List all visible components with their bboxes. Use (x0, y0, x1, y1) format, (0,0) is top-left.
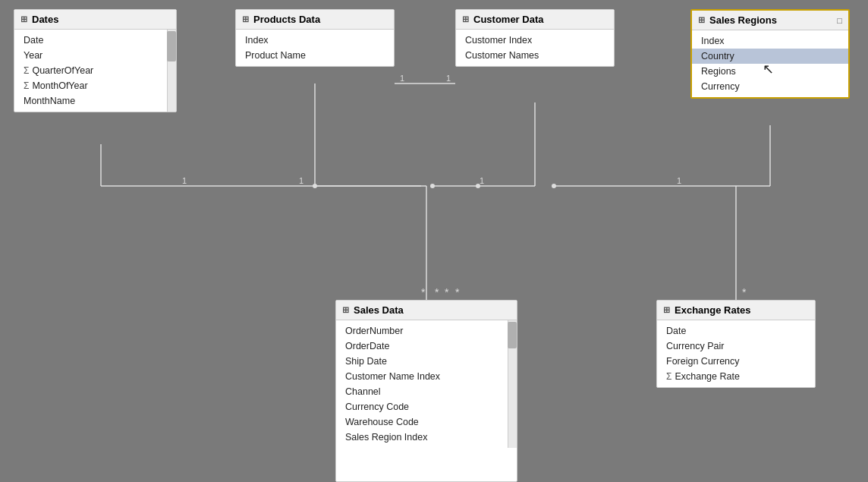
sales-regions-title: Sales Regions (709, 14, 777, 26)
table-icon: ⊞ (698, 15, 705, 25)
customer-title: Customer Data (473, 14, 543, 25)
svg-text:*: * (742, 286, 747, 298)
exchange-rates-field-foreigncurrency: Foreign Currency (657, 354, 815, 369)
exchange-rates-field-currencypair: Currency Pair (657, 339, 815, 354)
sales-data-field-salesregionindex: Sales Region Index (336, 430, 506, 445)
svg-point-8 (313, 184, 317, 188)
products-field-productname: Product Name (236, 48, 394, 63)
sales-data-field-currencycode: Currency Code (336, 399, 506, 414)
dates-table: ⊞ Dates Date Year Σ QuarterOfYear Σ Mont… (14, 9, 177, 112)
sales-data-title: Sales Data (354, 304, 404, 316)
table-icon: ⊞ (242, 14, 249, 24)
sales-regions-field-index: Index (692, 33, 848, 49)
sales-regions-header: ⊞ Sales Regions □ (692, 11, 848, 30)
table-icon: ⊞ (20, 14, 27, 24)
products-table: ⊞ Products Data Index Product Name (235, 9, 395, 67)
svg-text:1: 1 (299, 176, 303, 185)
sales-data-table: ⊞ Sales Data OrderNumber OrderDate Ship … (335, 300, 517, 482)
products-title: Products Data (253, 14, 320, 25)
svg-text:1: 1 (182, 176, 187, 185)
products-body: Index Product Name (236, 30, 394, 66)
dates-header: ⊞ Dates (14, 10, 176, 30)
sales-regions-field-currency: Currency (692, 79, 848, 94)
exchange-rates-table: ⊞ Exchange Rates Date Currency Pair Fore… (656, 300, 816, 388)
sales-data-field-orderdate: OrderDate (336, 339, 506, 354)
table-icon: ⊞ (342, 305, 349, 315)
exchange-rates-field-exchangerate: Σ Exchange Rate (657, 369, 815, 384)
svg-point-14 (430, 184, 435, 188)
sales-regions-field-country: Country (692, 49, 848, 64)
sales-regions-table: ⊞ Sales Regions □ Index Country Regions … (690, 9, 850, 99)
customer-field-names: Customer Names (456, 48, 614, 63)
table-icon: ⊞ (663, 305, 670, 315)
dates-field-monthname: MonthName (14, 93, 165, 109)
svg-text:1: 1 (480, 176, 484, 185)
sales-data-field-channel: Channel (336, 384, 506, 399)
dates-title: Dates (32, 14, 58, 25)
sales-regions-body: Index Country Regions Currency (692, 30, 848, 97)
exchange-rates-header: ⊞ Exchange Rates (657, 301, 815, 320)
dates-field-quarterofyear: Σ QuarterOfYear (14, 63, 165, 78)
svg-text:1: 1 (677, 176, 681, 185)
customer-body: Customer Index Customer Names (456, 30, 614, 66)
dates-field-monthofyear: Σ MonthOfYear (14, 78, 165, 93)
sales-data-scrollbar[interactable] (508, 320, 517, 448)
sales-regions-field-regions: Regions (692, 64, 848, 79)
sales-data-field-warehousecode: Warehouse Code (336, 414, 506, 430)
dates-field-year: Year (14, 48, 165, 63)
products-field-index: Index (236, 33, 394, 48)
sales-data-field-customernameindex: Customer Name Index (336, 369, 506, 384)
svg-text:1: 1 (400, 74, 404, 83)
svg-text:*: * (421, 286, 426, 298)
svg-point-21 (552, 184, 556, 188)
svg-text:*: * (455, 286, 460, 298)
dates-field-date: Date (14, 33, 165, 48)
sales-data-body: OrderNumber OrderDate Ship Date Customer… (336, 320, 517, 448)
exchange-rates-body: Date Currency Pair Foreign Currency Σ Ex… (657, 320, 815, 387)
customer-header: ⊞ Customer Data (456, 10, 614, 30)
sales-data-field-ordernumber: OrderNumber (336, 323, 506, 339)
svg-point-15 (476, 184, 480, 188)
customer-table: ⊞ Customer Data Customer Index Customer … (455, 9, 615, 67)
sales-data-header: ⊞ Sales Data (336, 301, 517, 320)
exchange-rates-title: Exchange Rates (675, 304, 750, 316)
svg-text:*: * (445, 286, 449, 298)
products-header: ⊞ Products Data (236, 10, 394, 30)
expand-icon[interactable]: □ (837, 16, 842, 25)
dates-scrollbar[interactable] (167, 30, 176, 112)
svg-text:1: 1 (446, 74, 451, 83)
exchange-rates-field-date: Date (657, 323, 815, 339)
table-icon: ⊞ (462, 14, 469, 24)
customer-field-index: Customer Index (456, 33, 614, 48)
sales-data-field-shipdate: Ship Date (336, 354, 506, 369)
svg-text:*: * (435, 286, 439, 298)
